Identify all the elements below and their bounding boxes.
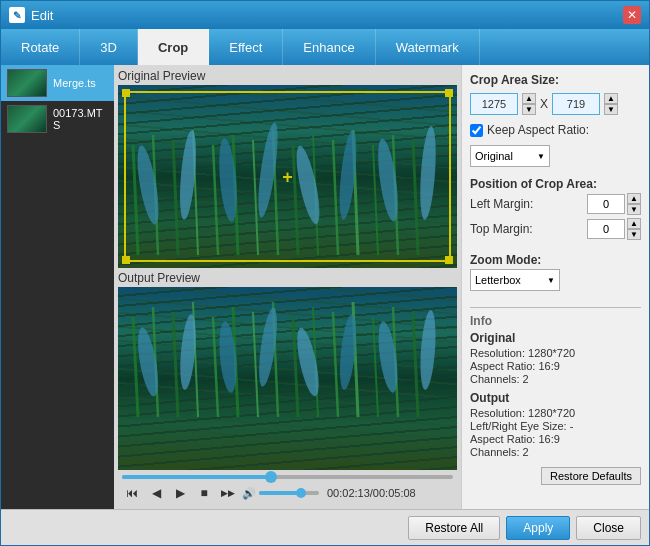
position-title: Position of Crop Area: <box>470 177 641 191</box>
window-title: Edit <box>31 8 623 23</box>
file-item-mts[interactable]: 00173.MTS <box>1 101 114 137</box>
file-name-mts: 00173.MTS <box>53 107 108 131</box>
file-list-panel: Merge.ts 00173.MTS <box>1 65 114 509</box>
left-margin-label: Left Margin: <box>470 197 533 211</box>
volume-fill <box>259 491 301 495</box>
top-margin-spin-up[interactable]: ▲ <box>627 218 641 229</box>
top-margin-input[interactable] <box>587 219 625 239</box>
title-bar: ✎ Edit ✕ <box>1 1 649 29</box>
tab-effect[interactable]: Effect <box>209 29 283 65</box>
crop-area-size-title: Crop Area Size: <box>470 73 641 87</box>
time-display: 00:02:13/00:05:08 <box>327 487 416 499</box>
output-info-title: Output <box>470 391 641 405</box>
left-margin-spinners: ▲ ▼ <box>627 193 641 215</box>
tab-rotate[interactable]: Rotate <box>1 29 80 65</box>
tab-bar: Rotate 3D Crop Effect Enhance Watermark <box>1 29 649 65</box>
out-resolution: Resolution: 1280*720 <box>470 407 641 419</box>
left-margin-input-wrap: ▲ ▼ <box>587 193 641 215</box>
crop-size-row: ▲ ▼ X ▲ ▼ <box>470 93 641 115</box>
restore-all-button[interactable]: Restore All <box>408 516 500 540</box>
close-dialog-button[interactable]: Close <box>576 516 641 540</box>
apply-button[interactable]: Apply <box>506 516 570 540</box>
file-thumb-mts <box>7 105 47 133</box>
zoom-dropdown[interactable]: Letterbox ▼ <box>470 269 560 291</box>
play-button[interactable]: ▶ <box>170 483 190 503</box>
tab-3d[interactable]: 3D <box>80 29 138 65</box>
center-panel: Original Preview <box>114 65 461 509</box>
info-section: Info Original Resolution: 1280*720 Aspec… <box>470 307 641 459</box>
out-channels: Channels: 2 <box>470 446 641 458</box>
plant-overlay-original <box>118 85 457 268</box>
left-margin-spin-up[interactable]: ▲ <box>627 193 641 204</box>
volume-bar: 🔊 <box>242 487 319 500</box>
x-separator: X <box>540 97 548 111</box>
keep-aspect-row: Keep Aspect Ratio: <box>470 123 641 137</box>
original-info-title: Original <box>470 331 641 345</box>
zoom-dropdown-arrow: ▼ <box>547 276 555 285</box>
left-margin-input[interactable] <box>587 194 625 214</box>
edit-window: ✎ Edit ✕ Rotate 3D Crop Effect Enhance W… <box>0 0 650 546</box>
out-eye-size: Left/Right Eye Size: - <box>470 420 641 432</box>
top-margin-spinners: ▲ ▼ <box>627 218 641 240</box>
orig-resolution: Resolution: 1280*720 <box>470 347 641 359</box>
tab-crop[interactable]: Crop <box>138 29 209 65</box>
close-button[interactable]: ✕ <box>623 6 641 24</box>
height-spin-up[interactable]: ▲ <box>604 93 618 104</box>
height-spinners: ▲ ▼ <box>604 93 618 115</box>
volume-thumb[interactable] <box>296 488 306 498</box>
file-name-merge: Merge.ts <box>53 77 96 89</box>
seek-thumb[interactable] <box>265 471 277 483</box>
plant-overlay-output <box>118 287 457 470</box>
height-spin-down[interactable]: ▼ <box>604 104 618 115</box>
right-panel: Crop Area Size: ▲ ▼ X ▲ ▼ Keep Aspect Ra… <box>461 65 649 509</box>
keep-aspect-checkbox[interactable] <box>470 124 483 137</box>
crop-width-input[interactable] <box>470 93 518 115</box>
tab-watermark[interactable]: Watermark <box>376 29 480 65</box>
seek-progress <box>122 475 271 479</box>
top-margin-row: Top Margin: ▲ ▼ <box>470 218 641 240</box>
volume-icon: 🔊 <box>242 487 256 500</box>
left-margin-spin-down[interactable]: ▼ <box>627 204 641 215</box>
top-margin-spin-down[interactable]: ▼ <box>627 229 641 240</box>
zoom-section: Zoom Mode: Letterbox ▼ <box>470 253 641 297</box>
output-preview-label: Output Preview <box>118 271 457 285</box>
controls-bar: ⏮ ◀ ▶ ■ ▶▶ 🔊 00:02:13/00:05:08 <box>118 481 457 505</box>
orig-channels: Channels: 2 <box>470 373 641 385</box>
output-preview <box>118 287 457 470</box>
original-preview-label: Original Preview <box>118 69 457 83</box>
tab-enhance[interactable]: Enhance <box>283 29 375 65</box>
orig-aspect: Aspect Ratio: 16:9 <box>470 360 641 372</box>
play-next-button[interactable]: ▶▶ <box>218 483 238 503</box>
top-margin-input-wrap: ▲ ▼ <box>587 218 641 240</box>
aspect-selected: Original <box>475 150 513 162</box>
aspect-dropdown-arrow: ▼ <box>537 152 545 161</box>
top-margin-label: Top Margin: <box>470 222 533 236</box>
file-thumb-merge <box>7 69 47 97</box>
width-spinners: ▲ ▼ <box>522 93 536 115</box>
crop-height-input[interactable] <box>552 93 600 115</box>
zoom-selected: Letterbox <box>475 274 521 286</box>
play-prev-button[interactable]: ◀ <box>146 483 166 503</box>
stop-button[interactable]: ■ <box>194 483 214 503</box>
position-section: Position of Crop Area: Left Margin: ▲ ▼ … <box>470 177 641 243</box>
volume-track[interactable] <box>259 491 319 495</box>
left-margin-row: Left Margin: ▲ ▼ <box>470 193 641 215</box>
out-aspect: Aspect Ratio: 16:9 <box>470 433 641 445</box>
main-content: Merge.ts 00173.MTS Original Preview <box>1 65 649 509</box>
original-preview: + <box>118 85 457 268</box>
app-icon: ✎ <box>9 7 25 23</box>
keep-aspect-label: Keep Aspect Ratio: <box>487 123 589 137</box>
width-spin-down[interactable]: ▼ <box>522 104 536 115</box>
info-title: Info <box>470 314 641 328</box>
width-spin-up[interactable]: ▲ <box>522 93 536 104</box>
bottom-bar: Restore All Apply Close <box>1 509 649 545</box>
file-item-merge[interactable]: Merge.ts <box>1 65 114 101</box>
zoom-mode-title: Zoom Mode: <box>470 253 641 267</box>
restore-defaults-button[interactable]: Restore Defaults <box>541 467 641 485</box>
seek-bar[interactable] <box>122 475 453 479</box>
aspect-dropdown[interactable]: Original ▼ <box>470 145 550 167</box>
seek-bar-container <box>118 473 457 481</box>
skip-back-button[interactable]: ⏮ <box>122 483 142 503</box>
